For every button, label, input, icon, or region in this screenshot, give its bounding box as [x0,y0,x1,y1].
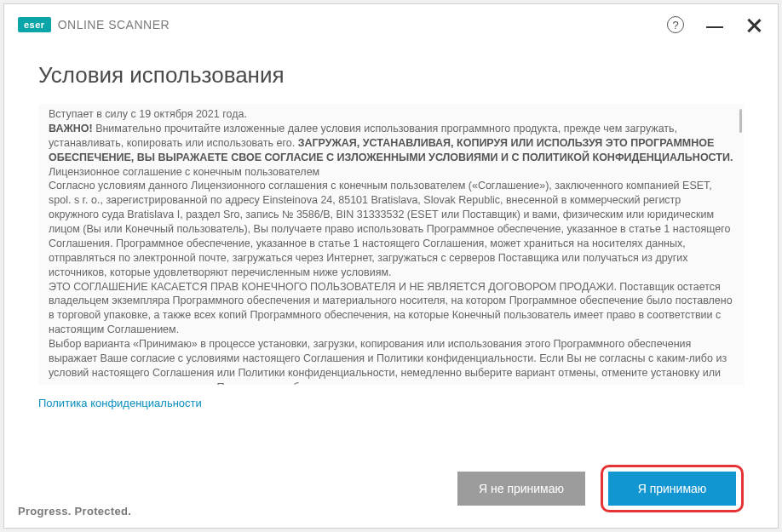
eula-important-label: ВАЖНО! [49,123,93,134]
page-title: Условия использования [38,62,744,89]
eula-important: ВАЖНО! Внимательно прочитайте изложенные… [49,122,733,165]
decline-button[interactable]: Я не принимаю [457,472,585,506]
titlebar: eser ONLINE SCANNER ? [4,4,778,45]
minimize-icon[interactable] [706,26,723,29]
eula-paragraph-3: Выбор варианта «Принимаю» в процессе уст… [49,337,733,385]
eula-text-area[interactable]: Вступает в силу с 19 октября 2021 года. … [38,104,744,385]
accept-highlight: Я принимаю [601,465,744,512]
eula-paragraph-2: ЭТО СОГЛАШЕНИЕ КАСАЕТСЯ ПРАВ КОНЕЧНОГО П… [49,280,733,338]
privacy-policy-link[interactable]: Политика конфиденциальности [38,397,744,409]
product-name: ONLINE SCANNER [58,18,170,31]
button-row: Я не принимаю Я принимаю [38,465,744,528]
scrollbar-thumb[interactable] [739,109,742,133]
close-icon[interactable] [745,16,762,33]
app-window: eser ONLINE SCANNER ? Условия использова… [3,3,779,529]
eula-license-heading: Лицензионное соглашение с конечным польз… [49,165,733,180]
accept-button[interactable]: Я принимаю [608,472,736,506]
eula-effective-date: Вступает в силу с 19 октября 2021 года. [49,107,733,122]
footer-tagline: Progress. Protected. [18,505,131,518]
eula-paragraph-1: Согласно условиям данного Лицензионного … [49,179,733,279]
brand-logo: eser [18,17,51,32]
help-icon[interactable]: ? [667,16,684,33]
